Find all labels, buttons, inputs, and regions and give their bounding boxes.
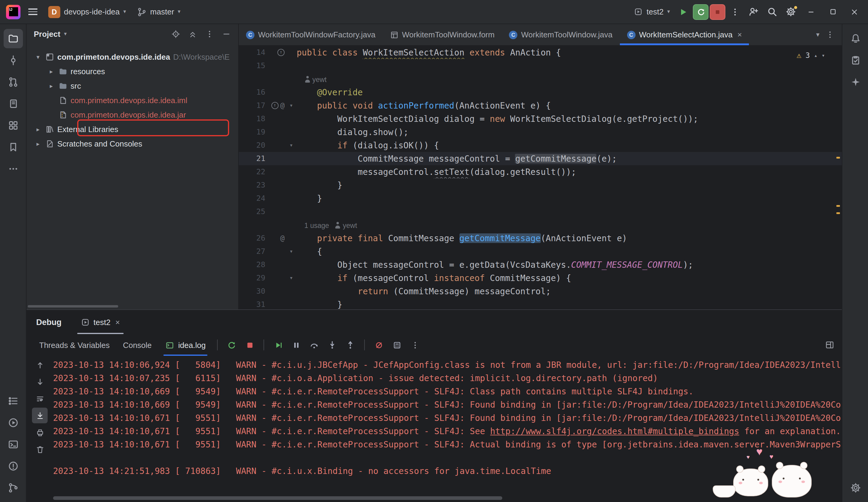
verification-button[interactable] (846, 51, 865, 70)
code-line[interactable]: 20▾ if (dialog.isOK()) { (239, 139, 842, 152)
fold-icon[interactable]: ▾ (286, 139, 297, 152)
mute-breakpoints-button[interactable] (371, 337, 386, 353)
tab-workitemtoolwindowfactory[interactable]: C WorkitemToolWindowFactory.java (239, 24, 383, 45)
tab-workitemselectaction-java[interactable]: C WorkItemSelectAction.java × (620, 24, 749, 45)
kebab-menu-icon[interactable] (826, 30, 835, 39)
code-line[interactable]: 21 CommitMessage messageControl = getCom… (239, 152, 842, 165)
search-everywhere-button[interactable] (763, 3, 781, 20)
inspections-widget[interactable]: ⚠ 3 ▴ ▾ (797, 51, 825, 60)
hide-panel-button[interactable] (219, 27, 233, 41)
tree-row-external-libraries[interactable]: ▸ External Libraries (27, 122, 238, 136)
code-vision-line[interactable]: 1 usage yewt (239, 218, 842, 232)
minimize-button[interactable] (801, 3, 821, 21)
todo-tool-button[interactable] (3, 391, 23, 411)
close-tab-icon[interactable]: × (737, 30, 742, 39)
code-editor[interactable]: 14public class WorkItemSelectAction exte… (239, 46, 842, 309)
tree-row-resources[interactable]: ▸ resources (27, 64, 238, 79)
code-line[interactable]: 27▾ { (239, 245, 842, 258)
pull-requests-tool-button[interactable] (3, 72, 23, 92)
error-stripe[interactable] (835, 68, 842, 309)
tree-row-scratches[interactable]: ▸ Scratches and Consoles (27, 136, 238, 151)
code-line[interactable]: 28 Object messageControl = e.getData(Vcs… (239, 258, 842, 272)
warning-mark[interactable] (836, 212, 840, 214)
warning-mark[interactable] (836, 205, 840, 207)
run-button[interactable] (675, 3, 692, 20)
stop-debug-button[interactable] (242, 337, 258, 353)
more-tools-button[interactable] (3, 159, 23, 178)
code-line[interactable]: 19 dialog.show(); (239, 125, 842, 139)
annotation-gutter-icon[interactable] (280, 235, 285, 242)
main-menu-button[interactable] (24, 3, 41, 20)
code-line[interactable]: 29▾ if (messageControl instanceof Commit… (239, 272, 842, 285)
code-line[interactable]: 16 @Override (239, 86, 842, 99)
close-session-icon[interactable]: × (115, 317, 120, 327)
warning-mark[interactable] (836, 157, 840, 158)
more-options-button[interactable] (726, 3, 743, 20)
project-options-button[interactable] (202, 27, 216, 41)
tree-row-src[interactable]: ▸ src (27, 79, 238, 93)
settings-button[interactable] (782, 3, 799, 20)
project-selector[interactable]: D devops-ide-idea ▾ (45, 3, 130, 20)
project-horizontal-scrollbar[interactable] (28, 305, 118, 308)
code-line[interactable]: 15 (239, 59, 842, 72)
commit-tool-button[interactable] (3, 51, 23, 70)
up-stack-button[interactable] (32, 357, 48, 373)
notifications-button[interactable] (846, 29, 865, 48)
override-gutter-icon[interactable] (271, 102, 279, 109)
layout-settings-button[interactable] (825, 340, 842, 350)
hidden-tabs-chevron-icon[interactable]: ▾ (816, 31, 819, 38)
print-button[interactable] (32, 424, 48, 440)
chevron-collapsed-icon[interactable]: ▸ (47, 82, 55, 89)
rerun-debug-button[interactable] (693, 4, 709, 20)
chevron-collapsed-icon[interactable]: ▸ (47, 68, 55, 74)
annotation-gutter-icon[interactable] (280, 102, 285, 109)
fold-icon[interactable]: ▾ (286, 99, 297, 112)
maximize-button[interactable] (823, 3, 843, 21)
step-out-button[interactable] (342, 337, 358, 353)
stop-button[interactable] (710, 4, 725, 20)
chevron-collapsed-icon[interactable]: ▸ (34, 126, 42, 132)
project-tool-button[interactable] (3, 29, 23, 48)
ide-settings-button[interactable] (846, 478, 865, 498)
tab-console[interactable]: Console (116, 334, 158, 356)
tab-workitemtoolwindow-form[interactable]: WorkitemToolWindow.form (383, 24, 502, 45)
tab-threads-variables[interactable]: Threads & Variables (33, 334, 116, 356)
down-stack-button[interactable] (32, 374, 48, 390)
clear-all-button[interactable] (32, 441, 48, 457)
code-line[interactable]: 14public class WorkItemSelectAction exte… (239, 46, 842, 59)
tab-workitemtoolwindow-java[interactable]: C WorkitemToolWindow.java (502, 24, 620, 45)
close-button[interactable] (844, 3, 865, 21)
run-tool-button[interactable] (3, 413, 23, 432)
code-line[interactable]: 17▾ public void actionPerformed(AnAction… (239, 99, 842, 112)
rerun-button[interactable] (224, 337, 239, 353)
problems-tool-button[interactable] (3, 457, 23, 476)
code-with-me-button[interactable] (745, 3, 762, 20)
version-control-tool-button[interactable] (3, 478, 23, 498)
debug-session-tab[interactable]: test2 × (77, 310, 124, 334)
terminal-tool-button[interactable] (3, 435, 23, 454)
chevron-expanded-icon[interactable]: ▾ (34, 53, 42, 60)
bookmarks-tool-button[interactable] (3, 137, 23, 157)
soft-wrap-button[interactable] (32, 391, 48, 407)
step-into-button[interactable] (324, 337, 340, 353)
run-configuration-selector[interactable]: test2 ▾ (630, 3, 673, 20)
log-link[interactable]: http://www.slf4j.org/codes.html#multiple… (490, 426, 739, 436)
step-over-button[interactable] (306, 337, 322, 353)
branch-selector[interactable]: master ▾ (133, 3, 184, 20)
tab-idea-log[interactable]: idea.log (158, 334, 212, 356)
debug-more-options-button[interactable] (407, 337, 423, 353)
documentation-tool-button[interactable] (3, 94, 23, 113)
tree-row-module-root[interactable]: ▾ com.primeton.devops.ide.idea D:\Worksp… (27, 50, 238, 64)
code-line[interactable]: 25 (239, 205, 842, 218)
tree-row-jar-file[interactable]: com.primeton.devops.ide.idea.jar (27, 107, 238, 122)
locate-file-button[interactable] (168, 27, 183, 41)
code-line[interactable]: 24 } (239, 192, 842, 205)
code-line[interactable]: 30 return (CommitMessage) messageControl… (239, 285, 842, 298)
code-line[interactable]: 22 messageControl.setText(dialog.getResu… (239, 165, 842, 178)
tree-row-iml-file[interactable]: com.primeton.devops.ide.idea.iml (27, 93, 238, 107)
pause-button[interactable] (288, 337, 304, 353)
code-line[interactable]: 31 } (239, 298, 842, 309)
previous-problem-icon[interactable]: ▴ (814, 52, 817, 58)
resume-button[interactable] (270, 337, 286, 353)
code-line[interactable]: 23 } (239, 178, 842, 192)
